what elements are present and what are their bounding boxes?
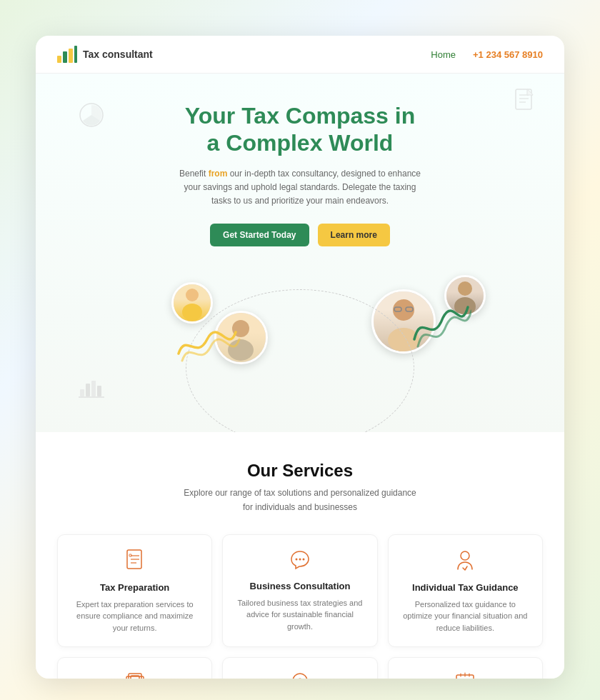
svg-point-31 — [302, 558, 304, 560]
logo: Tax consultant — [57, 46, 153, 63]
svg-rect-3 — [74, 46, 77, 63]
business-consultation-icon — [234, 549, 365, 574]
services-grid: Tax Preparation Expert tax preparation s… — [57, 534, 543, 679]
squiggle-yellow — [171, 318, 243, 368]
svg-point-32 — [461, 551, 469, 560]
service-card-estate-tax: Estate and Inheritance Tax Efficient est… — [388, 657, 543, 679]
svg-rect-0 — [57, 56, 61, 63]
estate-tax-icon — [400, 672, 531, 679]
service-card-audit-support: Audit Support Comprehensive audit suppor… — [222, 657, 377, 679]
service-desc-0: Expert tax preparation services to ensur… — [69, 599, 200, 634]
hero-scene — [57, 268, 543, 411]
hero-title-line2: a Complex World — [207, 130, 394, 156]
squiggle-green — [407, 296, 471, 354]
audit-support-icon — [234, 672, 365, 679]
hero-buttons: Get Started Today Learn more — [57, 224, 543, 246]
service-name-1: Business Consultation — [234, 581, 365, 591]
service-card-tax-preparation: Tax Preparation Expert tax preparation s… — [57, 534, 212, 648]
service-card-tax-planning: Tax Planning Strategic tax planning for … — [57, 657, 212, 679]
navbar: Tax consultant Home +1 234 567 8910 — [36, 36, 564, 74]
deco-chart-icon — [79, 102, 104, 134]
service-card-individual-tax: Individual Tax Guidance Personalized tax… — [388, 534, 543, 648]
get-started-button[interactable]: Get Started Today — [210, 224, 309, 246]
hero-title: Your Tax Compass in a Complex World — [57, 102, 543, 157]
service-desc-1: Tailored business tax strategies and adv… — [234, 597, 365, 633]
svg-rect-1 — [63, 51, 67, 63]
services-section: Our Services Explore our range of tax so… — [36, 432, 564, 679]
svg-rect-2 — [69, 49, 73, 63]
svg-rect-35 — [131, 676, 139, 679]
learn-more-button[interactable]: Learn more — [318, 224, 390, 246]
svg-point-29 — [295, 558, 297, 560]
nav-right: Home +1 234 567 8910 — [431, 49, 543, 60]
service-name-2: Individual Tax Guidance — [400, 582, 531, 593]
deco-document-icon — [514, 88, 536, 119]
svg-point-22 — [458, 281, 472, 296]
nav-phone: +1 234 567 8910 — [473, 49, 543, 60]
page-wrapper: Tax consultant Home +1 234 567 8910 — [36, 36, 564, 679]
hero-subtitle: Benefit from our in-depth tax consultanc… — [175, 167, 425, 209]
service-card-business-consultation: Business Consultation Tailored business … — [222, 534, 377, 648]
svg-point-30 — [299, 558, 301, 560]
logo-icon — [57, 46, 77, 63]
tax-planning-icon — [69, 672, 200, 679]
nav-home-link[interactable]: Home — [431, 49, 456, 60]
svg-rect-28 — [129, 554, 131, 556]
service-desc-2: Personalized tax guidance to optimize yo… — [400, 599, 531, 634]
svg-point-14 — [186, 289, 199, 301]
hero-title-line1: Your Tax Compass in — [185, 103, 415, 129]
services-title: Our Services — [57, 461, 543, 481]
service-name-0: Tax Preparation — [69, 582, 200, 593]
services-subtitle: Explore our range of tax solutions and p… — [179, 486, 421, 514]
individual-tax-icon — [400, 549, 531, 575]
hero-section: Your Tax Compass in a Complex World Bene… — [36, 74, 564, 432]
logo-text: Tax consultant — [83, 49, 153, 60]
tax-preparation-icon — [69, 549, 200, 575]
